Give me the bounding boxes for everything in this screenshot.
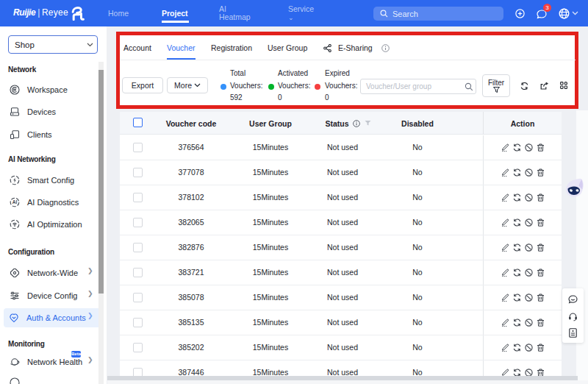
svg-text:AI: AI bbox=[12, 199, 18, 205]
